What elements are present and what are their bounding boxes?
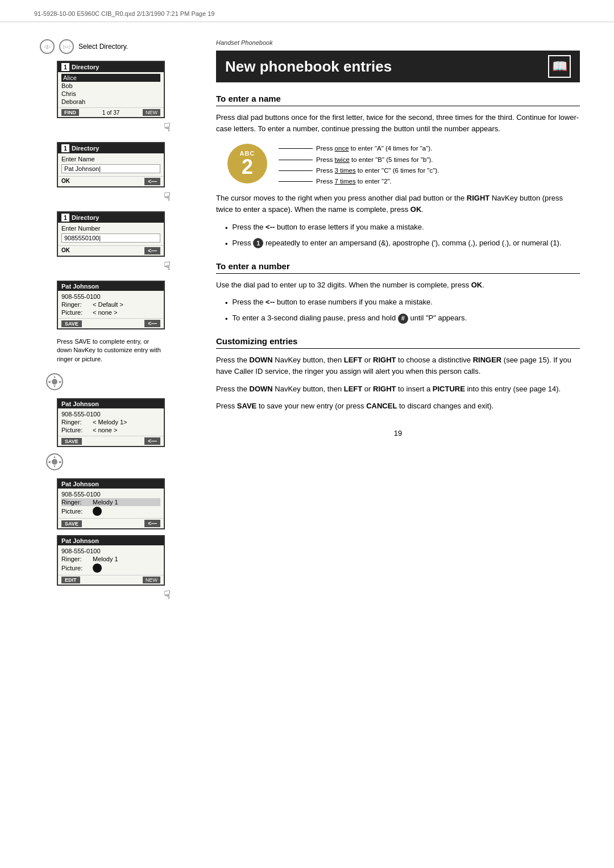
screen2-subtitle: Enter Name bbox=[61, 155, 160, 163]
nav-right-icon bbox=[59, 39, 74, 54]
find-button[interactable]: FIND bbox=[61, 109, 79, 116]
card4-edit-button[interactable]: EDIT bbox=[61, 577, 80, 583]
svg-point-1 bbox=[52, 379, 57, 385]
card2-ringer-value: < Melody 1> bbox=[93, 419, 160, 425]
screen2-wrapper: 1 Directory Enter Name Pat Johnson| OK <… bbox=[34, 142, 188, 208]
card2-save-button[interactable]: SAVE bbox=[61, 438, 82, 445]
abc-line-4: Press 7 times to enter "2". bbox=[279, 177, 439, 186]
card2: Pat Johnson 908-555-0100 Ringer: < Melod… bbox=[57, 398, 165, 447]
card4-header: Pat Johnson bbox=[58, 536, 164, 545]
line-3 bbox=[279, 170, 313, 171]
screen2-body: Enter Name Pat Johnson| bbox=[58, 153, 164, 176]
abc-number: 2 bbox=[242, 157, 253, 177]
card3-footer: SAVE <— bbox=[58, 518, 164, 528]
card1: Pat Johnson 908-555-0100 Ringer: < Defau… bbox=[57, 281, 165, 329]
card1-picture-value: < none > bbox=[93, 309, 160, 316]
card1-wrapper: Pat Johnson 908-555-0100 Ringer: < Defau… bbox=[34, 281, 188, 332]
card1-ringer-value: < Default > bbox=[93, 301, 160, 308]
left-column: Select Directory. 1 Directory Alice Bob … bbox=[34, 39, 199, 610]
section1-bullet1: • Press the <-- button to erase letters … bbox=[225, 222, 580, 234]
card2-arrow[interactable]: <— bbox=[144, 437, 160, 445]
card1-body: 908-555-0100 Ringer: < Default > Picture… bbox=[58, 291, 164, 318]
circle-1-icon: 1 bbox=[253, 238, 263, 248]
select-dir-row: Select Directory. bbox=[40, 39, 128, 54]
hand-pointer-2: ☟ bbox=[164, 190, 171, 203]
press-save-text: Press SAVE to complete entry, or down Na… bbox=[57, 337, 165, 364]
section1-body2: The cursor moves to the right when you p… bbox=[216, 193, 580, 215]
card1-save-button[interactable]: SAVE bbox=[61, 320, 82, 327]
screen2-ok[interactable]: OK bbox=[61, 178, 70, 185]
svg-text:▶: ▶ bbox=[59, 460, 62, 464]
card3: Pat Johnson 908-555-0100 Ringer: Melody … bbox=[57, 478, 165, 529]
abc-lines: Press once to enter "A" (4 times for "a"… bbox=[267, 144, 439, 183]
screen3-ok[interactable]: OK bbox=[61, 247, 70, 254]
screen1-footer: FIND 1 of 37 NEW bbox=[58, 107, 164, 117]
page-title-bar: New phonebook entries 📖 bbox=[216, 51, 580, 82]
card1-footer: SAVE <— bbox=[58, 318, 164, 328]
navkey-icon-1: ▲ ▼ ◀ ▶ bbox=[45, 373, 64, 393]
svg-text:◀: ◀ bbox=[48, 380, 51, 383]
card4-new-button[interactable]: NEW bbox=[143, 577, 160, 583]
section1-bullet2: • Press 1 repeatedly to enter an ampersa… bbox=[225, 237, 580, 250]
screen3-body: Enter Number 9085550100| bbox=[58, 223, 164, 245]
screen1-item-chris: Chris bbox=[61, 90, 160, 98]
hand-pointer-4: ☟ bbox=[164, 588, 171, 602]
screen1-item-bob: Bob bbox=[61, 82, 160, 90]
card3-save-button[interactable]: SAVE bbox=[61, 520, 82, 527]
card2-phone: 908-555-0100 bbox=[61, 411, 101, 418]
card2-wrapper: Pat Johnson 908-555-0100 Ringer: < Melod… bbox=[34, 398, 188, 449]
screen3: 1 Directory Enter Number 9085550100| OK … bbox=[57, 211, 165, 257]
card1-arrow[interactable]: <— bbox=[144, 320, 160, 327]
card4-body: 908-555-0100 Ringer: Melody 1 Picture: bbox=[58, 545, 164, 575]
screen2-title: Directory bbox=[72, 145, 99, 152]
card1-ringer-row: Ringer: < Default > bbox=[61, 301, 160, 308]
header-line: 91-5928-10-00 E5960C CIB_R0.qxd 2/13/199… bbox=[0, 0, 614, 22]
abc-circle: ABC 2 bbox=[227, 144, 267, 183]
screen1-wrapper: 1 Directory Alice Bob Chris Deborah FIND… bbox=[34, 61, 188, 139]
header-text: 91-5928-10-00 E5960C CIB_R0.qxd 2/13/199… bbox=[34, 10, 214, 17]
section2-title: To enter a number bbox=[216, 261, 580, 274]
screen2-footer: OK <— bbox=[58, 176, 164, 186]
screen2-input[interactable]: Pat Johnson| bbox=[61, 164, 160, 173]
card1-picture-row: Picture: < none > bbox=[61, 308, 160, 316]
main-content: Select Directory. 1 Directory Alice Bob … bbox=[0, 22, 614, 632]
section3-body2: Press the DOWN NavKey button, then LEFT … bbox=[216, 383, 580, 395]
page-count: 1 of 37 bbox=[102, 110, 120, 116]
screen3-arrow[interactable]: <— bbox=[144, 247, 160, 254]
screen3-input[interactable]: 9085550100| bbox=[61, 233, 160, 243]
screen3-footer: OK <— bbox=[58, 245, 164, 256]
nav-left-icon bbox=[40, 39, 55, 54]
svg-text:▼: ▼ bbox=[53, 465, 56, 468]
screen1: 1 Directory Alice Bob Chris Deborah FIND… bbox=[57, 61, 165, 118]
screen3-number: 1 bbox=[61, 214, 69, 222]
abc-line-1-text: Press once to enter "A" (4 times for "a"… bbox=[316, 144, 432, 153]
card4: Pat Johnson 908-555-0100 Ringer: Melody … bbox=[57, 535, 165, 586]
card1-phone: 908-555-0100 bbox=[61, 293, 101, 300]
card3-picture-label: Picture: bbox=[61, 508, 93, 515]
line-2 bbox=[279, 160, 313, 160]
card2-header: Pat Johnson bbox=[58, 399, 164, 408]
abc-line-3: Press 3 times to enter "C" (6 times for … bbox=[279, 166, 439, 176]
svg-text:◀: ◀ bbox=[48, 460, 51, 464]
card3-header: Pat Johnson bbox=[58, 479, 164, 489]
select-directory-label: Select Directory. bbox=[78, 43, 128, 51]
card2-footer: SAVE <— bbox=[58, 436, 164, 446]
abc-line-2-text: Press twice to enter "B" (5 times for "b… bbox=[316, 155, 433, 165]
card3-arrow[interactable]: <— bbox=[144, 520, 160, 527]
page-title-text: New phonebook entries bbox=[225, 58, 392, 76]
card3-picture-icon bbox=[93, 507, 102, 516]
section2-bullet1: • Press the <-- button to erase numbers … bbox=[225, 297, 580, 309]
card4-picture-label: Picture: bbox=[61, 565, 93, 571]
svg-point-7 bbox=[52, 459, 57, 465]
card3-wrapper: Pat Johnson 908-555-0100 Ringer: Melody … bbox=[34, 478, 188, 532]
new-button[interactable]: NEW bbox=[143, 109, 160, 116]
line-1 bbox=[279, 148, 313, 149]
section1-title: To enter a name bbox=[216, 94, 580, 106]
svg-text:▼: ▼ bbox=[53, 385, 56, 388]
card2-picture-label: Picture: bbox=[61, 427, 93, 433]
right-column: Handset Phonebook New phonebook entries … bbox=[199, 39, 580, 610]
card4-phone-row: 908-555-0100 bbox=[61, 547, 160, 555]
abc-line-4-text: Press 7 times to enter "2". bbox=[316, 177, 392, 186]
screen2-arrow[interactable]: <— bbox=[144, 178, 160, 185]
card4-wrapper: Pat Johnson 908-555-0100 Ringer: Melody … bbox=[34, 535, 188, 606]
